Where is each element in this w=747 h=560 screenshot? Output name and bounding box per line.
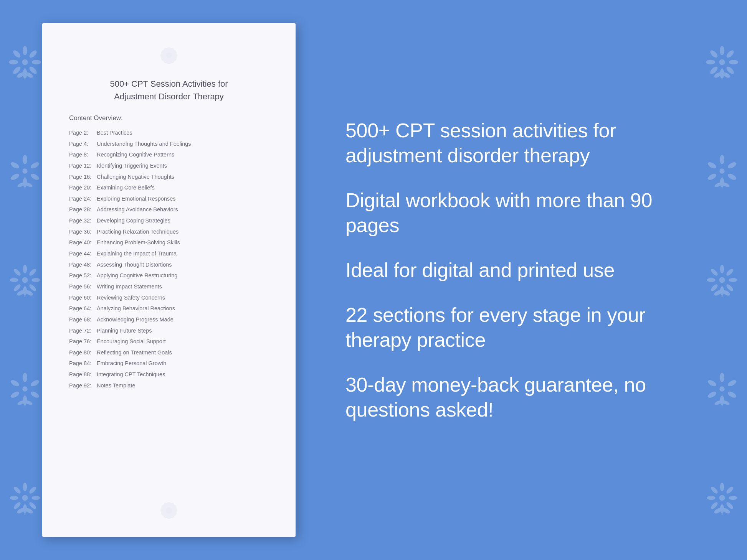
svg-point-125	[166, 507, 172, 514]
toc-page-number: Page 88:	[69, 370, 97, 379]
svg-point-35	[30, 379, 40, 387]
toc-title: Encouraging Social Support	[97, 337, 166, 346]
table-row: Page 52: Applying Cognitive Restructurin…	[69, 271, 269, 280]
toc-title: Integrating CPT Techniques	[97, 370, 165, 379]
table-row: Page 64: Analyzing Behavioral Reactions	[69, 304, 269, 313]
toc-page-number: Page 60:	[69, 293, 97, 303]
toc-title: Addressing Avoidance Behaviors	[97, 205, 178, 214]
selling-point-text: 500+ CPT session activities for adjustme…	[345, 118, 709, 168]
table-row: Page 76: Encouraging Social Support	[69, 337, 269, 346]
table-row: Page 44: Explaining the Impact of Trauma	[69, 249, 269, 259]
selling-point-block: 30-day money-back guarantee, no question…	[345, 372, 709, 422]
svg-point-38	[10, 390, 20, 399]
toc-title: Writing Impact Statements	[97, 282, 162, 292]
svg-point-22	[23, 265, 27, 273]
svg-point-1	[28, 49, 38, 59]
toc-page-number: Page 44:	[69, 249, 97, 259]
toc-title: Acknowledging Progress Made	[97, 315, 174, 324]
toc-title: Notes Template	[97, 381, 135, 390]
toc-title: Reflecting on Treatment Goals	[97, 348, 172, 357]
document-decoration-bottom	[69, 493, 269, 522]
toc-title: Analyzing Behavioral Reactions	[97, 304, 175, 313]
floral-icon	[8, 45, 42, 79]
table-row: Page 20: Examining Core Beliefs	[69, 183, 269, 193]
table-row: Page 68: Acknowledging Progress Made	[69, 315, 269, 324]
table-row: Page 60: Reviewing Safety Concerns	[69, 293, 269, 303]
svg-point-39	[10, 379, 20, 387]
toc-page-number: Page 72:	[69, 326, 97, 336]
toc-title: Best Practices	[97, 128, 132, 138]
svg-point-24	[31, 278, 40, 282]
toc-page-number: Page 48:	[69, 260, 97, 270]
table-row: Page 4: Understanding Thoughts and Feeli…	[69, 139, 269, 149]
svg-point-17	[10, 161, 20, 170]
svg-point-12	[23, 155, 27, 164]
table-row: Page 36: Practicing Relaxation Technique…	[69, 227, 269, 237]
toc-page-number: Page 76:	[69, 337, 97, 346]
svg-point-13	[30, 161, 40, 170]
table-row: Page 16: Challenging Negative Thoughts	[69, 172, 269, 182]
table-row: Page 24: Exploring Emotional Responses	[69, 194, 269, 204]
svg-point-50	[10, 496, 18, 500]
selling-point-block: Digital workbook with more than 90 pages	[345, 188, 709, 238]
svg-point-18	[22, 168, 28, 174]
floral-icon	[8, 372, 42, 406]
document-page: 500+ CPT Session Activities for Adjustme…	[42, 23, 296, 537]
toc-page-number: Page 40:	[69, 238, 97, 247]
toc-title: Assessing Thought Distortions	[97, 260, 172, 270]
right-panel: 500+ CPT session activities for adjustme…	[322, 0, 747, 560]
toc-title: Exploring Emotional Responses	[97, 194, 176, 204]
svg-point-7	[12, 49, 21, 59]
svg-point-36	[30, 390, 40, 399]
toc-title: Applying Cognitive Restructuring	[97, 271, 177, 280]
toc-title: Practicing Relaxation Techniques	[97, 227, 178, 237]
selling-point-text: Digital workbook with more than 90 pages	[345, 188, 709, 238]
floral-icon	[8, 481, 42, 515]
svg-point-118	[166, 53, 172, 59]
toc-page-number: Page 92:	[69, 381, 97, 390]
toc-page-number: Page 28:	[69, 205, 97, 214]
selling-point-block: Ideal for digital and printed use	[345, 258, 709, 283]
svg-point-40	[22, 386, 28, 392]
svg-point-28	[10, 278, 18, 282]
svg-point-23	[28, 268, 37, 277]
toc-page-number: Page 80:	[69, 348, 97, 357]
svg-point-0	[23, 46, 27, 55]
toc-page-number: Page 84:	[69, 359, 97, 368]
toc-title: Developing Coping Strategies	[97, 216, 170, 226]
content-overview-label: Content Overview:	[69, 114, 269, 122]
toc-page-number: Page 56:	[69, 282, 97, 292]
table-row: Page 88: Integrating CPT Techniques	[69, 370, 269, 379]
table-row: Page 72: Planning Future Steps	[69, 326, 269, 336]
table-of-contents: Page 2: Best PracticesPage 4: Understand…	[69, 128, 269, 390]
floral-icon	[8, 263, 42, 297]
svg-point-16	[10, 173, 20, 181]
svg-point-6	[9, 60, 18, 64]
toc-title: Understanding Thoughts and Feelings	[97, 139, 191, 149]
table-row: Page 28: Addressing Avoidance Behaviors	[69, 205, 269, 214]
toc-page-number: Page 16:	[69, 172, 97, 182]
selling-point-block: 500+ CPT session activities for adjustme…	[345, 118, 709, 168]
svg-point-29	[13, 268, 21, 277]
toc-title: Examining Core Beliefs	[97, 183, 155, 193]
toc-page-number: Page 52:	[69, 271, 97, 280]
svg-point-8	[22, 59, 28, 65]
toc-title: Reviewing Safety Concerns	[97, 293, 165, 303]
document-title: 500+ CPT Session Activities for Adjustme…	[69, 77, 269, 103]
toc-title: Explaining the Impact of Trauma	[97, 249, 177, 259]
toc-title: Embracing Personal Growth	[97, 359, 166, 368]
toc-page-number: Page 2:	[69, 128, 97, 138]
table-row: Page 2: Best Practices	[69, 128, 269, 138]
toc-title: Challenging Negative Thoughts	[97, 172, 174, 182]
table-row: Page 56: Writing Impact Statements	[69, 282, 269, 292]
toc-page-number: Page 20:	[69, 183, 97, 193]
table-row: Page 32: Developing Coping Strategies	[69, 216, 269, 226]
toc-page-number: Page 8:	[69, 150, 97, 160]
table-row: Page 84: Embracing Personal Growth	[69, 359, 269, 368]
selling-point-text: 30-day money-back guarantee, no question…	[345, 372, 709, 422]
svg-point-45	[28, 486, 37, 494]
selling-point-text: Ideal for digital and printed use	[345, 258, 709, 283]
toc-title: Recognizing Cognitive Patterns	[97, 150, 174, 160]
svg-point-52	[22, 495, 28, 501]
toc-page-number: Page 64:	[69, 304, 97, 313]
